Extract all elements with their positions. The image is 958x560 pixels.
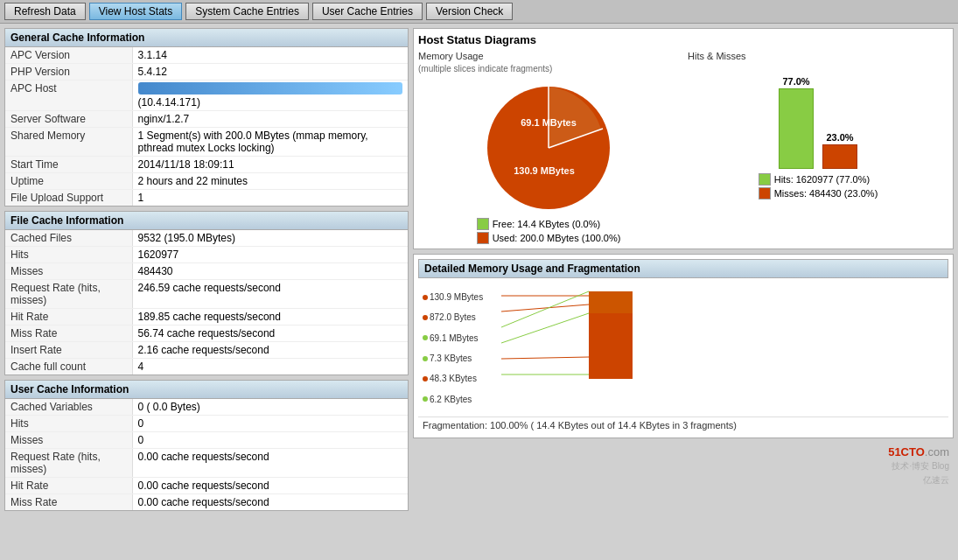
free-legend-label: Free: 14.4 KBytes (0.0%) [493, 219, 601, 229]
memory-label-text: 872.0 Bytes [430, 312, 476, 322]
file-cache-header: File Cache Information [5, 212, 408, 230]
memory-label-item: 69.1 MBytes [423, 333, 493, 343]
row-label: APC Version [5, 47, 132, 64]
memory-label-item: 872.0 Bytes [423, 312, 493, 322]
row-value: 1 Segment(s) with 200.0 MBytes (mmap mem… [132, 128, 408, 157]
used-legend-label: Used: 200.0 MBytes (100.0%) [493, 233, 621, 243]
bar-legend: Hits: 1620977 (77.0%) Misses: 484430 (23… [759, 173, 878, 200]
left-panel: General Cache Information APC Version3.1… [4, 28, 409, 511]
misses-legend-item: Misses: 484430 (23.0%) [759, 187, 878, 200]
table-row: APC Version3.1.14 [5, 47, 408, 64]
row-value: 2.16 cache requests/second [132, 342, 408, 359]
row-value: nginx/1.2.7 [132, 111, 408, 128]
memory-label-text: 6.2 KBytes [430, 395, 472, 404]
table-row: Hit Rate189.85 cache requests/second [5, 309, 408, 326]
memory-labels: 130.9 MBytes872.0 Bytes69.1 MBytes7.3 KB… [423, 287, 493, 410]
hits-legend-label: Hits: 1620977 (77.0%) [774, 174, 870, 185]
row-value: 2 hours and 22 minutes [132, 173, 408, 190]
row-label: Start Time [5, 157, 132, 173]
memory-dot [423, 335, 428, 340]
table-row: Server Softwarenginx/1.2.7 [5, 111, 408, 128]
hits-bar-wrapper: 77.0% [779, 76, 814, 169]
version-check-button[interactable]: Version Check [426, 3, 513, 20]
memory-usage-sublabel: (multiple slices indicate fragments) [418, 64, 679, 74]
table-row: PHP Version5.4.12 [5, 64, 408, 80]
bar-chart-container: 77.0% 23.0% Hits: 1620977 (77.0 [688, 64, 948, 200]
bar-chart: 77.0% 23.0% [770, 64, 866, 169]
memory-dot [423, 376, 428, 382]
table-row: APC Host(10.4.14.171) [5, 80, 408, 111]
refresh-data-button[interactable]: Refresh Data [4, 3, 86, 20]
row-value: 1 [132, 190, 408, 206]
view-host-stats-button[interactable]: View Host Stats [89, 3, 182, 20]
system-cache-entries-button[interactable]: System Cache Entries [185, 3, 309, 20]
row-value: 5.4.12 [132, 64, 408, 80]
user-cache-entries-button[interactable]: User Cache Entries [312, 3, 423, 20]
row-value: 0.00 cache requests/second [132, 478, 408, 494]
row-label: Request Rate (hits, misses) [5, 449, 132, 478]
table-row: Miss Rate56.74 cache requests/second [5, 326, 408, 342]
memory-dot [423, 356, 428, 361]
svg-text:130.9 MBytes: 130.9 MBytes [514, 165, 575, 176]
free-legend-item: Free: 14.4 KBytes (0.0%) [477, 218, 621, 230]
memory-label-text: 69.1 MBytes [430, 333, 479, 343]
memory-label-item: 6.2 KBytes [423, 395, 493, 404]
row-label: Hit Rate [5, 309, 132, 326]
table-row: Misses0 [5, 432, 408, 449]
row-label: Hits [5, 416, 132, 432]
row-value: 484430 [132, 263, 408, 280]
row-label: Cache full count [5, 359, 132, 375]
used-swatch [477, 232, 489, 244]
watermark: 51CTO.com 技术·博安 Blog 亿速云 [413, 443, 954, 489]
row-value: 0.00 cache requests/second [132, 449, 408, 478]
general-cache-header: General Cache Information [5, 29, 408, 47]
free-swatch [477, 218, 489, 230]
row-value: 9532 (195.0 MBytes) [132, 230, 408, 247]
table-row: Hits0 [5, 416, 408, 432]
misses-bar [822, 144, 857, 169]
table-row: Hits1620977 [5, 247, 408, 263]
row-label: Hits [5, 247, 132, 263]
diagrams-row: Memory Usage (multiple slices indicate f… [418, 51, 948, 244]
table-row: Cached Variables0 ( 0.0 Bytes) [5, 399, 408, 416]
general-cache-section: General Cache Information APC Version3.1… [4, 28, 409, 206]
hits-legend-item: Hits: 1620977 (77.0%) [759, 173, 878, 186]
row-value: 0 [132, 416, 408, 432]
svg-rect-6 [589, 291, 633, 313]
svg-line-9 [501, 291, 589, 327]
file-cache-section: File Cache Information Cached Files9532 … [4, 211, 409, 375]
memory-dot [423, 315, 428, 320]
row-label: Shared Memory [5, 128, 132, 157]
hits-pct-label: 77.0% [782, 76, 809, 87]
table-row: Misses484430 [5, 263, 408, 280]
memory-label-item: 130.9 MBytes [423, 292, 493, 302]
row-label: Miss Rate [5, 326, 132, 342]
misses-pct-label: 23.0% [826, 132, 853, 143]
general-cache-table: APC Version3.1.14PHP Version5.4.12APC Ho… [5, 47, 408, 206]
row-label: Insert Rate [5, 342, 132, 359]
row-label: Misses [5, 263, 132, 280]
user-cache-section: User Cache Information Cached Variables0… [4, 380, 409, 511]
row-label: APC Host [5, 80, 132, 111]
memory-usage-section: Memory Usage (multiple slices indicate f… [418, 51, 679, 244]
row-label: PHP Version [5, 64, 132, 80]
row-value: 2014/11/18 18:09:11 [132, 157, 408, 173]
hits-misses-label: Hits & Misses [688, 51, 948, 61]
table-row: Uptime2 hours and 22 minutes [5, 173, 408, 190]
used-legend-item: Used: 200.0 MBytes (100.0%) [477, 232, 621, 244]
memory-usage-label: Memory Usage [418, 51, 679, 61]
table-row: Hit Rate0.00 cache requests/second [5, 478, 408, 494]
table-row: File Upload Support1 [5, 190, 408, 206]
memory-dot [423, 396, 428, 402]
memory-bars-svg [501, 287, 676, 410]
row-label: Server Software [5, 111, 132, 128]
hits-legend-swatch [759, 173, 771, 186]
misses-bar-wrapper: 23.0% [822, 132, 857, 169]
misses-legend-label: Misses: 484430 (23.0%) [774, 188, 878, 199]
row-value: 3.1.14 [132, 47, 408, 64]
memory-label-text: 130.9 MBytes [430, 292, 483, 302]
pie-legend: Free: 14.4 KBytes (0.0%) Used: 200.0 MBy… [477, 218, 621, 244]
table-row: Insert Rate2.16 cache requests/second [5, 342, 408, 359]
file-cache-table: Cached Files9532 (195.0 MBytes)Hits16209… [5, 230, 408, 374]
right-panel: Host Status Diagrams Memory Usage (multi… [413, 28, 954, 511]
